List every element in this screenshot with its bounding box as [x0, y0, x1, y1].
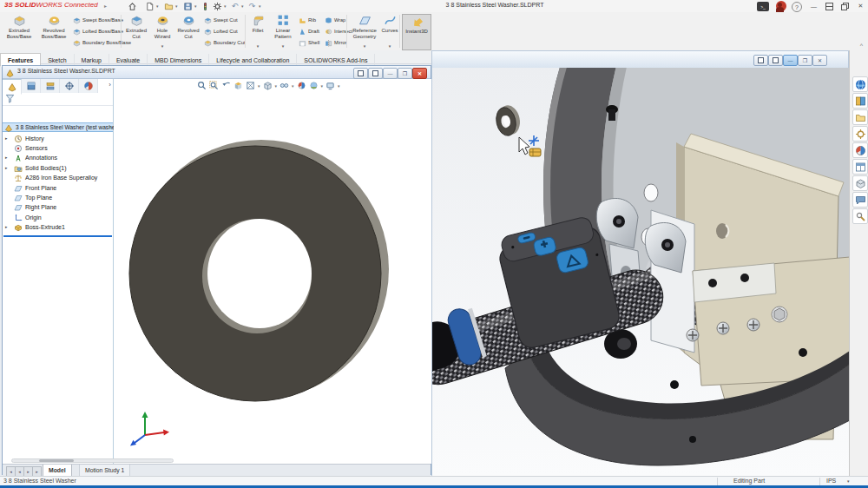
- tree-item-front-plane[interactable]: Front Plane: [3, 184, 113, 194]
- reference-geometry-button[interactable]: Reference Geometry▾: [349, 14, 380, 49]
- assembly-minimize-button[interactable]: —: [783, 55, 798, 66]
- tab-evaluate[interactable]: Evaluate: [109, 54, 148, 66]
- 3dexperience-icon[interactable]: [852, 76, 868, 92]
- tab-mbd-dimensions[interactable]: MBD Dimensions: [148, 54, 209, 66]
- part-window-tile-button[interactable]: [368, 68, 383, 79]
- rollback-bar[interactable]: [3, 235, 112, 237]
- assembly-graphics-area[interactable]: [431, 68, 849, 476]
- part-close-button[interactable]: ✕: [412, 68, 427, 79]
- boundary-boss-base-button[interactable]: Boundary Boss/Base: [73, 37, 131, 48]
- view-orientation-icon[interactable]: [245, 80, 256, 91]
- save-caret[interactable]: ▾: [194, 3, 197, 9]
- tree-item-origin[interactable]: Origin: [3, 214, 113, 223]
- tree-item-boss-extrude1[interactable]: ▸Boss-Extrude1: [3, 223, 113, 233]
- hide-show-items-icon[interactable]: [279, 80, 290, 91]
- tab-displaymanager[interactable]: [79, 79, 98, 93]
- tab-lifecycle-collaboration[interactable]: Lifecycle and Collaboration: [209, 54, 297, 66]
- assembly-close-button[interactable]: ✕: [812, 55, 827, 66]
- zoom-to-fit-icon[interactable]: [196, 80, 207, 91]
- tree-item-solid-bodies[interactable]: ▸Solid Bodies(1): [3, 164, 113, 174]
- user-avatar[interactable]: [774, 1, 787, 11]
- rib-button[interactable]: Rib: [299, 15, 316, 25]
- part-graphics-area[interactable]: ▾ ▾ ▾ ▾ ▾: [114, 79, 431, 464]
- swept-cut-button[interactable]: Swept Cut: [204, 15, 238, 25]
- settings-tools-icon[interactable]: [852, 208, 868, 224]
- lifecycle-status-icon[interactable]: [200, 1, 211, 11]
- toolbox-icon[interactable]: [852, 126, 868, 142]
- new-document-caret[interactable]: ▾: [156, 3, 159, 9]
- apply-scene-caret[interactable]: ▾: [321, 83, 324, 89]
- tree-item-right-plane[interactable]: Right Plane: [3, 203, 113, 213]
- options-gear-icon[interactable]: [212, 1, 223, 11]
- shell-button[interactable]: Shell: [299, 37, 319, 48]
- document-browser-icon[interactable]: [852, 175, 868, 191]
- previous-view-icon[interactable]: [220, 80, 232, 91]
- display-style-icon[interactable]: [262, 80, 273, 91]
- design-library-icon[interactable]: [852, 93, 868, 109]
- view-settings-caret[interactable]: ▾: [338, 83, 340, 89]
- menu-expand-arrow[interactable]: ▸: [104, 3, 107, 9]
- options-caret[interactable]: ▾: [224, 3, 227, 9]
- fillet-button[interactable]: Fillet▾: [247, 14, 269, 49]
- undo-icon[interactable]: ↶: [229, 1, 240, 11]
- tree-item-material[interactable]: A286 Iron Base Superalloy: [3, 174, 113, 183]
- open-caret[interactable]: ▾: [175, 3, 178, 9]
- forum-icon[interactable]: [852, 192, 868, 208]
- view-orientation-caret[interactable]: ▾: [258, 83, 260, 89]
- assembly-window-menu-button[interactable]: [753, 55, 768, 66]
- horizontal-scrollbar[interactable]: [11, 458, 174, 463]
- extruded-cut-button[interactable]: Extruded Cut: [123, 14, 149, 49]
- tree-filter-row[interactable]: [3, 93, 113, 106]
- tab-dimxpertmanager[interactable]: [60, 79, 79, 93]
- tab-markup[interactable]: Markup: [75, 54, 109, 66]
- mirror-button[interactable]: Mirror: [325, 37, 346, 48]
- open-icon[interactable]: [163, 1, 174, 11]
- lofted-boss-base-button[interactable]: Lofted Boss/Base: [73, 26, 123, 36]
- scrollbar-thumb[interactable]: [39, 459, 74, 462]
- tree-item-top-plane[interactable]: Top Plane: [3, 194, 113, 203]
- tab-configurationmanager[interactable]: [41, 79, 60, 93]
- part-restore-button[interactable]: ❐: [398, 68, 412, 79]
- revolved-boss-base-button[interactable]: Revolved Boss/Base: [37, 14, 70, 49]
- lofted-cut-button[interactable]: Lofted Cut: [204, 26, 238, 36]
- home-icon[interactable]: [127, 1, 138, 11]
- save-icon[interactable]: [182, 1, 194, 11]
- wrap-button[interactable]: Wrap: [325, 15, 345, 25]
- part-window-menu-button[interactable]: [353, 68, 368, 79]
- appearances-scenes-icon[interactable]: [852, 142, 868, 158]
- part-minimize-button[interactable]: —: [383, 68, 398, 79]
- close-button[interactable]: ✕: [854, 1, 867, 11]
- washer-model-view[interactable]: [114, 79, 431, 464]
- instant3d-button[interactable]: Instant3D: [402, 14, 431, 50]
- tab-propertymanager[interactable]: [22, 79, 41, 93]
- tree-item-annotations[interactable]: ▸Annotations: [3, 154, 113, 163]
- assembly-model[interactable]: [432, 68, 850, 476]
- apply-scene-icon[interactable]: [308, 80, 319, 91]
- edit-appearance-icon[interactable]: [296, 80, 307, 91]
- redo-icon[interactable]: ↷: [247, 1, 258, 11]
- boundary-cut-button[interactable]: Boundary Cut: [204, 37, 246, 48]
- tree-item-sensors[interactable]: Sensors: [3, 144, 113, 154]
- panel-tabs-overflow-chevron[interactable]: ›: [108, 81, 111, 89]
- redo-caret[interactable]: ▾: [259, 3, 261, 9]
- tab-model[interactable]: Model: [43, 465, 72, 477]
- custom-properties-icon[interactable]: [852, 159, 868, 175]
- status-units[interactable]: IPS: [826, 478, 836, 484]
- new-document-icon[interactable]: [144, 1, 155, 11]
- tab-solidworks-add-ins[interactable]: SOLIDWORKS Add-Ins: [297, 54, 375, 66]
- ribbon-collapse-chevron[interactable]: ^: [860, 43, 863, 49]
- assembly-restore-button[interactable]: ❐: [798, 55, 812, 66]
- section-view-icon[interactable]: [233, 80, 244, 91]
- tab-motion-study-1[interactable]: Motion Study 1: [79, 465, 130, 477]
- swept-boss-base-button[interactable]: Swept Boss/Base: [73, 15, 123, 25]
- tree-root-item[interactable]: 3 8 Stainless Steel Washer (test washer)…: [3, 122, 113, 132]
- hole-wizard-button[interactable]: Hole Wizard▾: [149, 14, 175, 49]
- file-explorer-icon[interactable]: [852, 109, 868, 125]
- display-style-caret[interactable]: ▾: [275, 83, 278, 89]
- restore-button[interactable]: [838, 1, 852, 11]
- window-layout-button[interactable]: [823, 1, 836, 11]
- tree-item-history[interactable]: ▸History: [3, 135, 113, 144]
- command-console-icon[interactable]: >_: [757, 2, 769, 11]
- assembly-window-tile-button[interactable]: [768, 55, 783, 66]
- curves-button[interactable]: Curves▾: [380, 14, 399, 49]
